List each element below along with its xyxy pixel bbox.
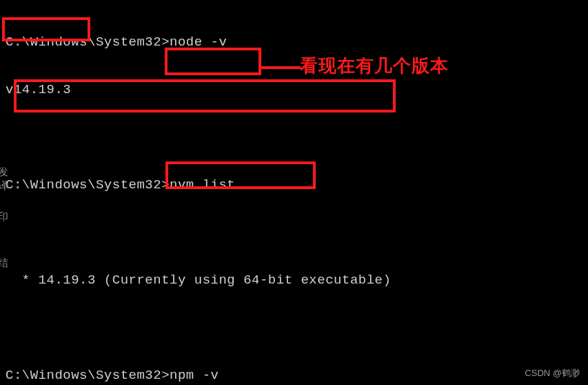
cmd-nvm-list: nvm list [170, 177, 235, 192]
annotation-text: 看现在有几个版本 [300, 54, 449, 78]
prompt: C:\Windows\System32> [6, 34, 170, 50]
prompt: C:\Windows\System32> [6, 177, 170, 192]
blank-line [6, 130, 582, 146]
cmd-node-v: node -v [170, 34, 227, 50]
watermark-text: CSDN @鹤渺 [525, 367, 580, 379]
prompt: C:\Windows\System32> [6, 368, 170, 383]
blank-line [6, 225, 582, 241]
command-line: C:\Windows\System32>node -v [6, 34, 582, 50]
output-node-version: v14.19.3 [6, 82, 582, 98]
command-line: C:\Windows\System32>npm -v [6, 368, 582, 384]
command-line: C:\Windows\System32>nvm list [6, 177, 582, 193]
cmd-npm-v: npm -v [170, 368, 219, 383]
side-label: 发 [0, 166, 9, 179]
side-label: 印 [0, 210, 9, 224]
terminal-window[interactable]: C:\Windows\System32>node -v v14.19.3 C:\… [0, 1, 588, 385]
output-nvm-list: * 14.19.3 (Currently using 64-bit execut… [6, 273, 582, 288]
annotation-connector-line [261, 66, 301, 69]
side-label: 译 [0, 179, 9, 192]
blank-line [6, 320, 582, 336]
side-label: 结 [0, 257, 9, 270]
